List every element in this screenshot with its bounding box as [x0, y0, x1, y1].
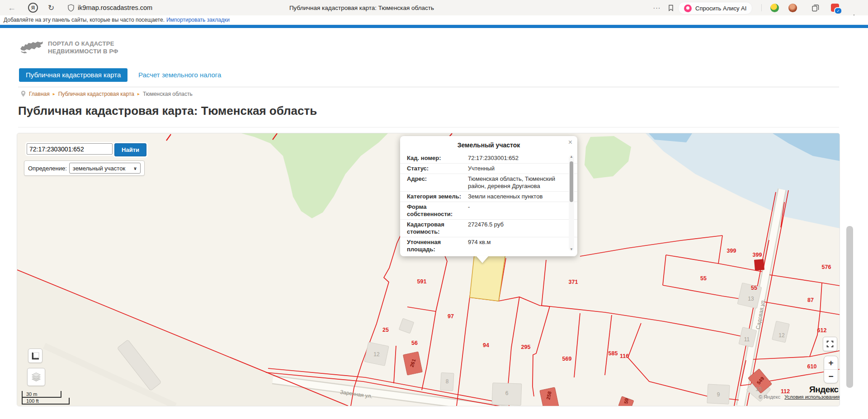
scrollbar-thumb[interactable] — [570, 161, 573, 202]
popup-row-value: 974 кв.м — [466, 239, 577, 253]
building-label: 11 — [744, 336, 750, 343]
popup-row: Статус:Учтенный — [400, 164, 577, 174]
breadcrumb: Главная▸Публичная кадастровая карта▸Тюме… — [21, 90, 193, 97]
alice-button[interactable]: Спросить Алису AI — [678, 2, 752, 14]
scale-metric: 30 m — [22, 391, 61, 398]
parcel-label: 591 — [417, 278, 427, 285]
collections-icon[interactable] — [810, 3, 820, 13]
zoom-controls: + − — [824, 356, 838, 383]
popup-row-value: Тюменская область, Тюменский район, дере… — [466, 175, 577, 190]
layers-button[interactable] — [27, 368, 45, 386]
breadcrumb-items: Главная▸Публичная кадастровая карта▸Тюме… — [29, 91, 193, 97]
search-button[interactable]: Найти — [114, 143, 146, 156]
building-label: 8 — [446, 378, 449, 385]
search-input[interactable] — [27, 143, 113, 155]
building-label: 6 — [505, 390, 509, 396]
scroll-down-icon[interactable]: ▼ — [570, 247, 573, 251]
popup-row-value: 272476.5 руб — [466, 221, 577, 235]
breadcrumb-separator: ▸ — [53, 91, 55, 96]
parcel-label: 87 — [807, 297, 814, 303]
definition-filter: Определение: земельный участок ∨ — [24, 160, 145, 176]
popup-row-label: Кадастровая стоимость: — [400, 221, 466, 235]
import-bookmarks-link[interactable]: Импортировать закладки — [166, 17, 230, 23]
page-title: Публичная кадастровая карта: Тюменская о… — [18, 104, 317, 118]
parcel-label: 55 — [700, 275, 707, 282]
page: ← Я ↻ ik9map.roscadastres.com Публичная … — [0, 0, 868, 419]
alice-icon — [684, 5, 692, 12]
pdf-extension-icon[interactable]: ✓ — [830, 3, 840, 13]
yandex-browser-icon[interactable]: Я — [27, 0, 39, 15]
site-logo-icon[interactable] — [19, 38, 44, 55]
ruler-icon — [30, 351, 40, 361]
logo-line1: ПОРТАЛ О КАДАСТРЕ — [48, 40, 118, 47]
zoom-in-button[interactable]: + — [824, 356, 838, 369]
popup-row: Кад. номер:72:17:2303001:652 — [400, 153, 577, 164]
building-label: 12 — [373, 351, 379, 358]
popup-row-label: Кад. номер: — [400, 155, 466, 162]
popup-row-label: Статус: — [400, 165, 466, 172]
copyright-text: © Яндекс — [759, 394, 780, 400]
more-icon[interactable]: ··· — [651, 0, 663, 15]
reload-icon[interactable]: ↻ — [45, 0, 57, 15]
parcel-label: 112 — [781, 388, 790, 395]
parcel-label: 612 — [817, 327, 827, 334]
building-label: 549 — [756, 376, 765, 386]
parcel-label: 371 — [569, 279, 578, 285]
popup-scrollbar[interactable]: ▲ ▼ — [569, 155, 574, 251]
parcel-label: 576 — [822, 264, 831, 270]
breadcrumb-item[interactable]: Главная — [29, 91, 50, 97]
site-top-border — [0, 25, 868, 28]
browser-toolbar: ← Я ↻ ik9map.roscadastres.com Публичная … — [0, 0, 868, 16]
scroll-up-icon[interactable]: ▲ — [570, 155, 573, 159]
parcel-label: 399 — [727, 248, 736, 254]
title-rule — [18, 127, 839, 127]
fullscreen-button[interactable] — [823, 337, 837, 351]
terms-link[interactable]: Условия использования — [784, 394, 840, 400]
bookmarks-hint: Добавляйте на эту панель сайты, которые … — [4, 17, 165, 23]
popup-row: Категория земель:Земли населенных пункто… — [400, 192, 577, 202]
measure-button[interactable] — [28, 348, 42, 363]
building-label: 258 — [545, 391, 552, 400]
bookmarks-bar: Добавляйте на эту панель сайты, которые … — [0, 15, 868, 24]
popup-row-value: Земли населенных пунктов — [466, 193, 577, 200]
bookmark-flag-icon[interactable] — [665, 0, 676, 15]
popup-rows: Кад. номер:72:17:2303001:652Статус:Учтен… — [400, 153, 577, 253]
popup-row-label: Адрес: — [400, 175, 466, 190]
popup-row-value: 72:17:2303001:652 — [466, 155, 577, 162]
alice-label: Спросить Алису AI — [695, 5, 746, 12]
extension-icon-1[interactable] — [769, 3, 779, 13]
extension-glyph — [770, 4, 779, 12]
definition-select[interactable]: земельный участок ∨ — [69, 163, 141, 174]
parcel-label: 399 — [753, 252, 762, 258]
extension-glyph — [788, 4, 797, 12]
page-scrollbar-thumb[interactable] — [846, 226, 853, 388]
tab-public-cadastral-map[interactable]: Публичная кадастровая карта — [19, 68, 127, 82]
close-icon[interactable]: × — [568, 139, 572, 146]
breadcrumb-item[interactable]: Публичная кадастровая карта — [58, 91, 134, 97]
building-label: 12 — [778, 332, 784, 339]
breadcrumb-item: Тюменская область — [143, 91, 193, 97]
parcel-label: 55 — [751, 285, 757, 291]
parcel-label: 295 — [521, 344, 531, 350]
popup-title: Земельный участок — [400, 136, 577, 149]
popup-row: Форма собственности:- — [400, 202, 577, 220]
shield-icon[interactable] — [66, 0, 76, 15]
layers-icon — [29, 370, 43, 384]
popup-row-label: Форма собственности: — [400, 203, 466, 218]
popup-row-label: Категория земель: — [400, 193, 466, 200]
tab-land-tax-calc[interactable]: Расчет земельного налога — [138, 68, 221, 82]
building-label: 59 — [623, 398, 629, 404]
logo-line2: НЕДВИЖИМОСТИ В РФ — [48, 47, 118, 55]
zoom-out-button[interactable]: − — [824, 369, 838, 383]
parcel-label: 94 — [483, 342, 489, 348]
map-container[interactable]: 5913719725569429556958511639939955558757… — [17, 133, 840, 406]
parcel-info-popup: Земельный участок × Кад. номер:72:17:230… — [400, 136, 577, 256]
tab-title: Публичная кадастровая карта: Тюменская о… — [289, 0, 434, 15]
url-field[interactable]: ik9map.roscadastres.com — [78, 0, 152, 15]
back-icon[interactable]: ← — [5, 0, 18, 15]
extension-icon-2[interactable] — [788, 3, 797, 13]
building-label: 261 — [409, 358, 416, 367]
check-badge: ✓ — [834, 7, 842, 14]
pin-icon — [21, 90, 26, 97]
map-attribution: © Яндекс Условия использования — [759, 394, 840, 400]
